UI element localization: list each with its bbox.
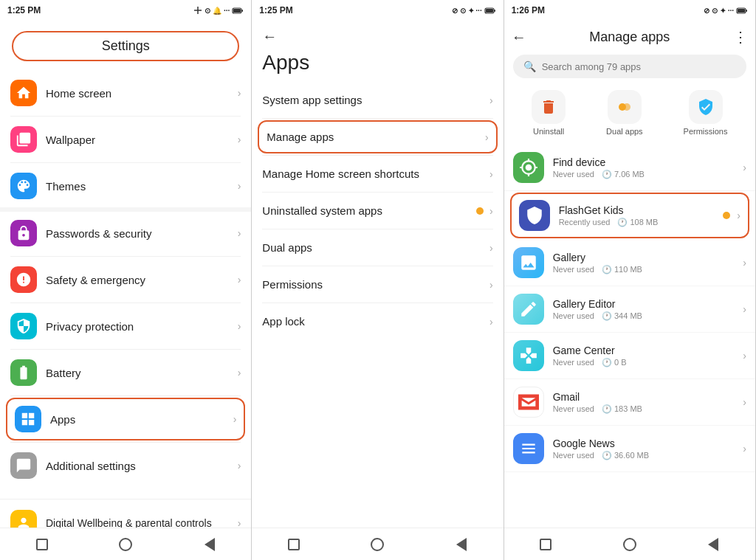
gmail-icon xyxy=(513,387,544,418)
settings-item-safety[interactable]: Safety & emergency › xyxy=(0,258,251,301)
privacy-chevron: › xyxy=(238,320,241,332)
passwords-chevron: › xyxy=(238,227,241,239)
apps-menu-list: System app settings › Manage apps › Mana… xyxy=(252,83,503,528)
game-center-info: Game Center Never used 🕐 0 B xyxy=(553,345,743,367)
flashget-usage: Recently used xyxy=(559,218,611,227)
svg-rect-9 xyxy=(746,10,747,12)
apps-icon xyxy=(15,406,41,432)
nav-square-1[interactable] xyxy=(32,534,52,555)
settings-item-apps[interactable]: Apps › xyxy=(6,398,245,440)
apps-item-home-shortcuts[interactable]: Manage Home screen shortcuts › xyxy=(252,157,503,190)
nav-circle-2[interactable] xyxy=(367,534,388,555)
gallery-icon xyxy=(513,247,544,278)
svg-rect-4 xyxy=(233,9,241,13)
home-screen-label: Home screen xyxy=(46,87,238,100)
app-row-find-device[interactable]: Find device Never used 🕐 7.06 MB › xyxy=(504,145,755,191)
apps-item-dual[interactable]: Dual apps › xyxy=(252,231,503,264)
nav-circle-3[interactable] xyxy=(619,534,640,555)
manage-search-bar[interactable]: 🔍 xyxy=(513,55,746,78)
dual-apps-qa-icon xyxy=(608,90,642,124)
find-device-name: Find device xyxy=(553,156,743,168)
manage-search-input[interactable] xyxy=(542,61,736,72)
settings-list: Home screen › Wallpaper › Themes › xyxy=(0,69,251,528)
app-row-flashget[interactable]: FlashGet Kids Recently used 🕐 108 MB › xyxy=(510,193,749,238)
time-1: 1:25 PM xyxy=(7,5,41,15)
settings-item-themes[interactable]: Themes › xyxy=(0,165,251,207)
apps-back-button[interactable]: ← xyxy=(262,28,277,45)
apps-label: Apps xyxy=(50,413,233,426)
additional-icon xyxy=(10,452,37,479)
dual-apps-label: Dual apps xyxy=(262,241,489,254)
gallery-editor-meta: Never used 🕐 344 MB xyxy=(553,311,743,321)
find-device-info: Find device Never used 🕐 7.06 MB xyxy=(553,156,743,179)
more-menu-button[interactable]: ⋮ xyxy=(733,28,748,46)
nav-back-2[interactable] xyxy=(451,534,472,555)
uninstall-icon xyxy=(532,90,566,124)
app-row-gallery-editor[interactable]: Gallery Editor Never used 🕐 344 MB › xyxy=(504,286,755,333)
settings-item-home-screen[interactable]: Home screen › xyxy=(0,72,251,114)
google-news-name: Google News xyxy=(553,438,743,449)
apps-chevron: › xyxy=(233,413,237,425)
find-device-size: 🕐 7.06 MB xyxy=(602,170,645,179)
dual-apps-action[interactable]: Dual apps xyxy=(606,90,643,136)
status-icons-1: ⊙ 🔔 ··· xyxy=(193,6,244,15)
dual-apps-qa-label: Dual apps xyxy=(606,127,643,136)
app-row-game-center[interactable]: Game Center Never used 🕐 0 B › xyxy=(504,333,755,379)
settings-item-wallpaper[interactable]: Wallpaper › xyxy=(0,118,251,161)
flashget-name: FlashGet Kids xyxy=(559,204,738,216)
manage-back-button[interactable]: ← xyxy=(512,29,526,46)
google-news-info: Google News Never used 🕐 36.60 MB xyxy=(553,438,743,460)
flashget-chevron: › xyxy=(737,210,740,221)
nav-back-3[interactable] xyxy=(703,534,724,555)
nav-back-1[interactable] xyxy=(199,534,220,555)
time-3: 1:26 PM xyxy=(512,5,545,15)
safety-label: Safety & emergency xyxy=(46,274,238,286)
apps-item-manage[interactable]: Manage apps › xyxy=(258,120,497,153)
gallery-name: Gallery xyxy=(553,252,743,263)
privacy-icon xyxy=(10,313,37,339)
additional-label: Additional settings xyxy=(46,460,238,472)
uninstalled-badge xyxy=(476,207,484,215)
safety-icon xyxy=(10,266,37,293)
apps-item-uninstalled[interactable]: Uninstalled system apps › xyxy=(252,194,503,227)
app-row-google-news[interactable]: Google News Never used 🕐 36.60 MB › xyxy=(504,426,755,472)
flashget-meta: Recently used 🕐 108 MB xyxy=(559,218,738,227)
nav-square-2[interactable] xyxy=(284,534,304,555)
permissions-action[interactable]: Permissions xyxy=(684,90,728,136)
settings-item-wellbeing[interactable]: Digital Wellbeing & parental controls › xyxy=(0,499,251,528)
apps-item-permissions[interactable]: Permissions › xyxy=(252,268,503,301)
quick-actions-bar: Uninstall Dual apps Permissions xyxy=(504,86,755,145)
settings-item-passwords[interactable]: Passwords & security › xyxy=(0,212,251,255)
nav-bar-3 xyxy=(504,528,755,560)
status-bar-1: 1:25 PM ⊙ 🔔 ··· xyxy=(0,0,251,21)
wallpaper-label: Wallpaper xyxy=(46,134,238,146)
app-row-gmail[interactable]: Gmail Never used 🕐 183 MB › xyxy=(504,379,755,426)
flashget-info: FlashGet Kids Recently used 🕐 108 MB xyxy=(559,204,738,227)
app-row-gallery[interactable]: Gallery Never used 🕐 110 MB › xyxy=(504,240,755,286)
gallery-info: Gallery Never used 🕐 110 MB xyxy=(553,252,743,274)
gallery-editor-info: Gallery Editor Never used 🕐 344 MB xyxy=(553,298,743,321)
settings-item-privacy[interactable]: Privacy protection › xyxy=(0,305,251,348)
apps-item-system[interactable]: System app settings › xyxy=(252,83,503,117)
uninstall-label: Uninstall xyxy=(533,127,564,136)
manage-home-label: Manage Home screen shortcuts xyxy=(262,167,489,180)
uninstall-action[interactable]: Uninstall xyxy=(532,90,566,136)
manage-apps-title: Manage apps xyxy=(532,30,727,45)
time-2: 1:25 PM xyxy=(259,5,292,15)
settings-item-battery[interactable]: Battery › xyxy=(0,351,251,394)
find-device-meta: Never used 🕐 7.06 MB xyxy=(553,170,743,179)
apps-item-applock[interactable]: App lock › xyxy=(252,305,503,338)
search-icon: 🔍 xyxy=(523,61,536,72)
nav-circle-1[interactable] xyxy=(115,534,136,555)
battery-label: Battery xyxy=(46,367,238,379)
nav-square-3[interactable] xyxy=(535,534,556,555)
apps-panel: 1:25 PM ⊘ ⊙ ✦ ··· ← Apps System app sett… xyxy=(252,0,504,560)
find-device-usage: Never used xyxy=(553,170,594,179)
themes-chevron: › xyxy=(238,180,241,192)
wallpaper-icon xyxy=(10,126,37,153)
apps-list-scroll: Find device Never used 🕐 7.06 MB › Flash… xyxy=(504,145,755,528)
safety-chevron: › xyxy=(238,274,241,286)
settings-item-additional[interactable]: Additional settings › xyxy=(0,444,251,487)
manage-apps-label: Manage apps xyxy=(267,131,485,143)
gallery-editor-name: Gallery Editor xyxy=(553,298,743,310)
